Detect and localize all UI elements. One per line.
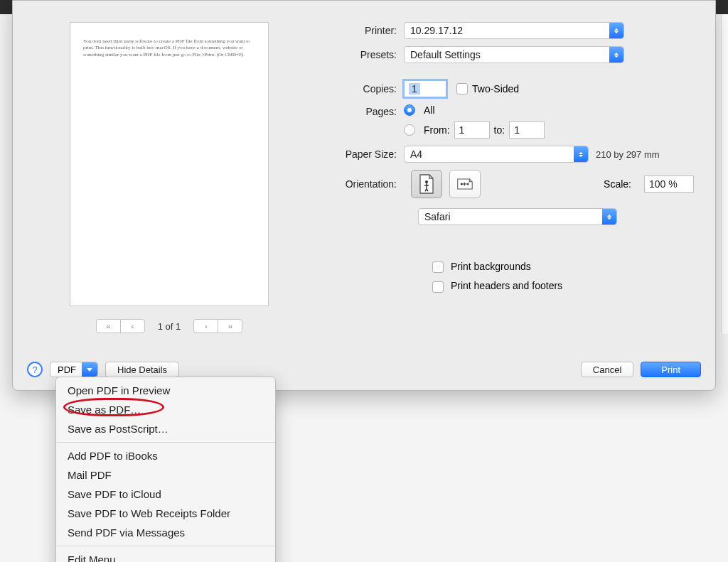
pages-to-value: 1 bbox=[514, 124, 520, 136]
scale-value: 100 % bbox=[649, 178, 678, 190]
scale-field[interactable]: 100 % bbox=[644, 175, 694, 193]
pages-all-label: All bbox=[424, 104, 435, 116]
svg-point-1 bbox=[461, 183, 463, 185]
print-label: Print bbox=[661, 364, 680, 375]
menu-save-as-pdf[interactable]: Save as PDF… bbox=[56, 400, 275, 419]
hide-details-button[interactable]: Hide Details bbox=[105, 362, 179, 377]
preview-pager: « ‹ 1 of 1 › » bbox=[70, 319, 269, 333]
printer-select[interactable]: 10.29.17.12 bbox=[404, 22, 624, 39]
two-sided-label: Two-Sided bbox=[472, 83, 519, 94]
pages-from-field[interactable]: 1 bbox=[454, 121, 490, 139]
paper-dimensions: 210 by 297 mm bbox=[596, 149, 660, 160]
orientation-landscape-button[interactable] bbox=[449, 170, 481, 198]
app-print-options: Print backgrounds Print headers and foot… bbox=[432, 261, 694, 293]
pager-indicator: 1 of 1 bbox=[145, 321, 194, 332]
chevron-left-icon: ‹ bbox=[131, 322, 134, 330]
svg-point-0 bbox=[425, 180, 428, 183]
paper-size-label: Paper Size: bbox=[318, 148, 404, 160]
category-select[interactable]: Safari bbox=[418, 208, 617, 225]
print-backgrounds-label: Print backgrounds bbox=[451, 261, 531, 272]
double-chevron-left-icon: « bbox=[106, 322, 110, 330]
landscape-page-icon bbox=[457, 174, 473, 194]
presets-select[interactable]: Default Settings bbox=[404, 46, 624, 63]
print-dialog: You dont need third party software to cr… bbox=[12, 0, 716, 391]
pager-next-button[interactable]: › bbox=[193, 319, 218, 333]
pager-last-button[interactable]: » bbox=[218, 319, 242, 333]
menu-save-pdf-receipts[interactable]: Save PDF to Web Receipts Folder bbox=[56, 504, 275, 523]
print-settings: Printer: 10.29.17.12 Presets: Default Se… bbox=[318, 22, 694, 293]
menu-send-pdf-messages[interactable]: Send PDF via Messages bbox=[56, 523, 275, 542]
pages-label: Pages: bbox=[318, 104, 404, 117]
help-button[interactable]: ? bbox=[27, 362, 43, 377]
chevron-down-icon bbox=[82, 362, 97, 377]
pages-from-label: From: bbox=[424, 124, 450, 136]
pages-to-field[interactable]: 1 bbox=[509, 121, 545, 139]
updown-caret-icon bbox=[574, 146, 588, 162]
orientation-label: Orientation: bbox=[318, 178, 404, 190]
print-preview-page: You dont need third party software to cr… bbox=[70, 22, 269, 306]
pdf-button-label: PDF bbox=[58, 364, 76, 375]
menu-save-as-postscript[interactable]: Save as PostScript… bbox=[56, 419, 275, 438]
double-chevron-right-icon: » bbox=[228, 322, 232, 330]
updown-caret-icon bbox=[609, 23, 623, 38]
menu-save-pdf-icloud[interactable]: Save PDF to iCloud bbox=[56, 485, 275, 504]
chevron-right-icon: › bbox=[205, 322, 208, 330]
menu-open-pdf-preview[interactable]: Open PDF in Preview bbox=[56, 381, 275, 400]
cancel-label: Cancel bbox=[593, 364, 621, 375]
updown-caret-icon bbox=[609, 47, 623, 63]
category-value: Safari bbox=[424, 211, 451, 222]
copies-value: 1 bbox=[409, 83, 420, 94]
menu-separator bbox=[56, 546, 275, 546]
pdf-dropdown-menu: Open PDF in Preview Save as PDF… Save as… bbox=[55, 377, 276, 562]
menu-separator bbox=[56, 442, 275, 443]
menu-add-pdf-ibooks[interactable]: Add PDF to iBooks bbox=[56, 446, 275, 465]
printer-label: Printer: bbox=[318, 25, 404, 36]
print-backgrounds-checkbox[interactable] bbox=[432, 261, 444, 273]
print-headers-footers-label: Print headers and footers bbox=[451, 280, 562, 291]
paper-size-select[interactable]: A4 bbox=[404, 146, 589, 163]
menu-mail-pdf[interactable]: Mail PDF bbox=[56, 465, 275, 485]
pages-from-radio[interactable] bbox=[404, 124, 415, 136]
copies-field[interactable]: 1 bbox=[404, 80, 446, 97]
presets-value: Default Settings bbox=[410, 49, 481, 60]
cancel-button[interactable]: Cancel bbox=[581, 362, 633, 377]
pages-all-radio[interactable] bbox=[404, 104, 415, 116]
menu-edit-menu[interactable]: Edit Menu… bbox=[56, 550, 275, 562]
portrait-page-icon bbox=[419, 174, 434, 194]
updown-caret-icon bbox=[602, 209, 616, 225]
print-button[interactable]: Print bbox=[641, 362, 701, 377]
orientation-portrait-button[interactable] bbox=[411, 170, 442, 198]
dialog-bottom-bar: ? PDF Hide Details Cancel Print bbox=[27, 362, 701, 377]
pages-from-value: 1 bbox=[459, 124, 465, 136]
printer-value: 10.29.17.12 bbox=[410, 25, 463, 36]
question-mark-icon: ? bbox=[32, 364, 37, 375]
pdf-dropdown-button[interactable]: PDF bbox=[50, 362, 98, 377]
background-right-edge bbox=[721, 14, 728, 334]
presets-label: Presets: bbox=[318, 49, 404, 60]
pager-prev-button[interactable]: ‹ bbox=[120, 319, 145, 333]
hide-details-label: Hide Details bbox=[117, 364, 167, 375]
pager-first-button[interactable]: « bbox=[96, 319, 121, 333]
scale-label: Scale: bbox=[604, 178, 631, 190]
preview-document-text: You dont need third party software to cr… bbox=[70, 23, 268, 74]
paper-size-value: A4 bbox=[410, 148, 422, 160]
copies-label: Copies: bbox=[318, 83, 404, 94]
two-sided-checkbox[interactable] bbox=[456, 83, 468, 94]
print-headers-footers-checkbox[interactable] bbox=[432, 281, 444, 293]
pages-to-label: to: bbox=[494, 124, 505, 136]
